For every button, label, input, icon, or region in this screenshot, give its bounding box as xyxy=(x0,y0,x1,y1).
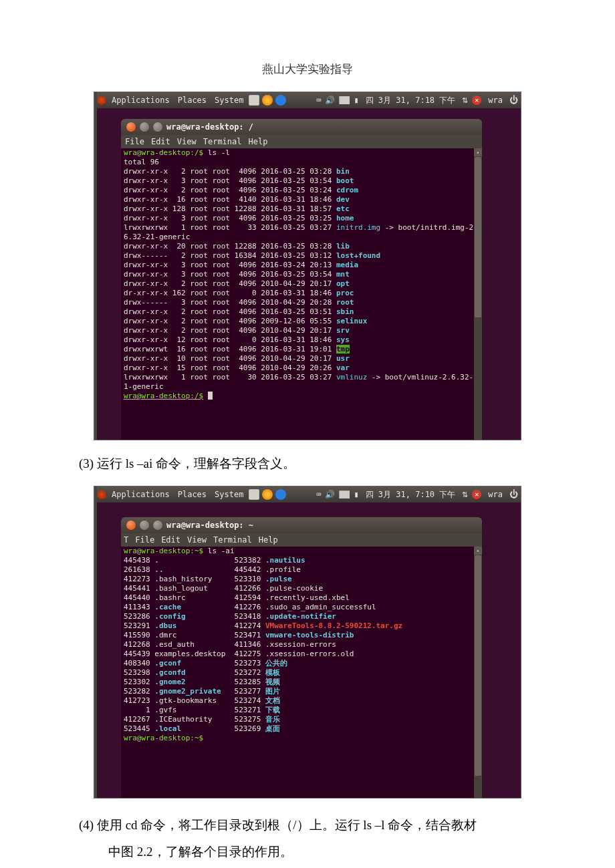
error-status-icon[interactable]: ✕ xyxy=(472,96,481,105)
menu-terminal[interactable]: Terminal xyxy=(213,535,252,545)
window-minimize-button[interactable] xyxy=(140,521,149,530)
scrollbar[interactable]: ▴ ▾ xyxy=(474,547,482,799)
clock[interactable]: 四 3月 31, 7:18 下午 xyxy=(363,96,459,105)
menu-view[interactable]: View xyxy=(177,137,197,146)
mail-icon[interactable] xyxy=(339,96,350,104)
user-menu[interactable]: wra xyxy=(485,490,505,499)
menu-view[interactable]: View xyxy=(187,535,207,545)
screenshot-ls-ai: Applications Places System ⌨ 🔊 ▮ 四 3月 31… xyxy=(94,486,521,799)
terminal-area[interactable]: ▴ ▾ wra@wra-desktop:/$ ls -l total 96 dr… xyxy=(121,148,482,440)
scroll-up-icon[interactable]: ▴ xyxy=(474,547,482,555)
window-title: wra@wra-desktop: ~ xyxy=(166,521,253,530)
menu-edit[interactable]: Edit xyxy=(151,137,170,146)
window-minimize-button[interactable] xyxy=(140,122,149,132)
help-icon[interactable] xyxy=(275,95,286,106)
menu-help[interactable]: Help xyxy=(249,137,268,146)
terminal-output: wra@wra-desktop:/$ ls -l total 96 drwxr-… xyxy=(124,148,478,401)
terminal-area[interactable]: ▴ ▾ wra@wra-desktop:~$ ls -ai 445438 . 5… xyxy=(121,547,482,799)
scroll-up-icon[interactable]: ▴ xyxy=(474,148,482,156)
volume-icon[interactable]: 🔊 xyxy=(325,490,335,499)
menu-help[interactable]: Help xyxy=(259,535,278,545)
terminal-output: wra@wra-desktop:~$ ls -ai 445438 . 52338… xyxy=(124,547,478,743)
applications-menu[interactable]: Applications xyxy=(109,96,172,105)
system-menu[interactable]: System xyxy=(212,96,246,105)
firefox-icon[interactable] xyxy=(262,489,273,500)
terminal-window: wra@wra-desktop: ~ T File Edit View Term… xyxy=(121,517,482,799)
error-status-icon[interactable]: ✕ xyxy=(472,490,481,499)
system-menu[interactable]: System xyxy=(212,490,246,499)
screenshot-ls-l: Applications Places System ⌨ 🔊 ▮ 四 3月 31… xyxy=(94,92,521,440)
menu-file[interactable]: File xyxy=(125,137,144,146)
network-icon[interactable]: ⇅ xyxy=(462,96,468,105)
signal-icon: ▮ xyxy=(354,490,358,499)
window-close-button[interactable] xyxy=(126,521,136,530)
mail-icon[interactable] xyxy=(339,490,350,498)
places-menu[interactable]: Places xyxy=(175,490,209,499)
instruction-3: (3) 运行 ls –ai 命令，理解各字段含义。 xyxy=(94,452,521,475)
instruction-4: (4) 使用 cd 命令，将工作目录改到根（/）上。运行 ls –l 命令，结合… xyxy=(94,812,521,865)
power-icon[interactable]: ⏻ xyxy=(509,96,518,105)
ubuntu-logo-icon[interactable] xyxy=(97,490,106,499)
power-icon[interactable]: ⏻ xyxy=(509,490,518,499)
menu-terminal[interactable]: Terminal xyxy=(203,137,242,146)
places-menu[interactable]: Places xyxy=(175,96,209,105)
signal-icon: ▮ xyxy=(354,96,358,105)
window-close-button[interactable] xyxy=(126,122,136,132)
clock[interactable]: 四 3月 31, 7:10 下午 xyxy=(363,490,459,499)
terminal-launcher-icon[interactable] xyxy=(249,489,259,500)
scroll-thumb[interactable] xyxy=(475,555,481,776)
applications-menu[interactable]: Applications xyxy=(109,490,172,499)
keyboard-indicator-icon[interactable]: ⌨ xyxy=(316,96,321,105)
user-menu[interactable]: wra xyxy=(485,96,505,105)
keyboard-indicator-icon[interactable]: ⌨ xyxy=(316,490,321,499)
menu-file[interactable]: File xyxy=(135,535,154,545)
terminal-launcher-icon[interactable] xyxy=(249,95,259,106)
window-maximize-button[interactable] xyxy=(153,122,162,132)
scroll-thumb[interactable] xyxy=(475,157,481,317)
network-icon[interactable]: ⇅ xyxy=(462,490,468,499)
menu-edit[interactable]: Edit xyxy=(161,535,180,545)
window-title: wra@wra-desktop: / xyxy=(166,122,253,132)
firefox-icon[interactable] xyxy=(262,95,273,106)
ubuntu-logo-icon[interactable] xyxy=(97,96,106,105)
window-maximize-button[interactable] xyxy=(153,521,162,530)
help-icon[interactable] xyxy=(275,489,286,500)
page-header: 燕山大学实验指导 xyxy=(94,61,521,77)
volume-icon[interactable]: 🔊 xyxy=(325,96,335,105)
scrollbar[interactable]: ▴ ▾ xyxy=(474,148,482,440)
terminal-window: wra@wra-desktop: / File Edit View Termin… xyxy=(121,119,482,440)
